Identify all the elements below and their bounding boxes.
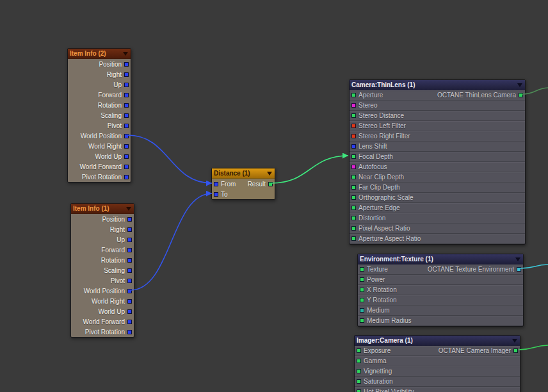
port-position-output[interactable] xyxy=(127,217,132,222)
port-stereo-distance-input[interactable] xyxy=(351,113,356,118)
port-x-rotation-input[interactable] xyxy=(360,288,364,292)
node-camera-thinlens-1[interactable]: Camera:ThinLens (1)ApertureOCTANE ThinLe… xyxy=(349,79,526,245)
port-octane-thinlens-camera-output[interactable] xyxy=(519,93,523,97)
port-pixel-aspect-ratio-input[interactable] xyxy=(351,226,356,231)
node-row: ApertureOCTANE ThinLens Camera xyxy=(350,90,525,101)
dropdown-arrow-icon[interactable] xyxy=(517,83,522,87)
port-world-position-output[interactable] xyxy=(124,134,129,138)
port-near-clip-depth-input[interactable] xyxy=(351,175,356,179)
node-item-info-1[interactable]: Item Info (1)PositionRightUpForwardRotat… xyxy=(70,203,134,338)
node-imager-camera-1[interactable]: Imager:Camera (1)ExposureOCTANE Camera I… xyxy=(354,335,520,392)
port-world-right-output[interactable] xyxy=(124,144,129,149)
port-aperture-input[interactable] xyxy=(351,93,356,97)
node-item-info-2[interactable]: Item Info (2)PositionRightUpForwardRotat… xyxy=(67,48,131,183)
node-header-distance-1[interactable]: Distance (1) xyxy=(212,168,275,179)
port-world-position-output[interactable] xyxy=(127,289,132,293)
port-exposure-input[interactable] xyxy=(357,348,361,353)
node-environment-texture-1[interactable]: Environment:Texture (1)TextureOCTANE Tex… xyxy=(357,254,524,327)
port-gamma-input[interactable] xyxy=(357,359,361,363)
port-scaling-output[interactable] xyxy=(124,113,129,118)
node-title: Distance (1) xyxy=(214,170,265,177)
wire-item-info-2-world-position[interactable] xyxy=(127,135,212,183)
port-world-up-output[interactable] xyxy=(127,309,132,314)
node-row: Y Rotation xyxy=(358,295,523,306)
port-aperture-edge-input[interactable] xyxy=(351,206,356,210)
node-row: World Up xyxy=(68,151,131,161)
input-label: Autofocus xyxy=(359,163,387,170)
port-octane-camera-imager-output[interactable] xyxy=(513,348,518,353)
port-result-output[interactable] xyxy=(268,182,273,186)
wire-environment-texture-1-octane-texture-environment[interactable] xyxy=(520,265,548,268)
port-world-up-output[interactable] xyxy=(124,154,129,159)
port-distortion-input[interactable] xyxy=(351,216,356,220)
port-vignetting-input[interactable] xyxy=(357,369,361,373)
port-stereo-input[interactable] xyxy=(351,103,356,108)
port-saturation-input[interactable] xyxy=(357,379,361,384)
port-hot-pixel-visibility-input[interactable] xyxy=(357,389,361,392)
port-aperture-aspect-ratio-input[interactable] xyxy=(351,236,356,241)
node-row: ExposureOCTANE Camera Imager xyxy=(355,346,520,356)
node-row: Orthographic Scale xyxy=(350,193,525,203)
port-up-output[interactable] xyxy=(127,238,132,242)
port-rotation-output[interactable] xyxy=(127,258,132,263)
dropdown-arrow-icon[interactable] xyxy=(515,257,520,261)
node-row: Pivot Rotation xyxy=(71,327,134,337)
port-from-input[interactable] xyxy=(214,182,218,186)
port-stereo-right-filter-input[interactable] xyxy=(351,134,356,138)
input-label: Focal Depth xyxy=(359,153,393,160)
node-row: Distortion xyxy=(350,213,525,224)
port-orthographic-scale-input[interactable] xyxy=(351,195,356,200)
node-header-environment-texture-1[interactable]: Environment:Texture (1) xyxy=(358,254,523,265)
port-far-clip-depth-input[interactable] xyxy=(351,185,356,190)
dropdown-arrow-icon[interactable] xyxy=(123,52,128,56)
port-octane-texture-environment-output[interactable] xyxy=(517,267,521,272)
node-header-camera-thinlens-1[interactable]: Camera:ThinLens (1) xyxy=(350,80,525,90)
dropdown-arrow-icon[interactable] xyxy=(126,207,131,211)
node-graph-canvas[interactable]: Item Info (2)PositionRightUpForwardRotat… xyxy=(0,0,548,392)
node-header-item-info-1[interactable]: Item Info (1) xyxy=(71,204,134,214)
port-scaling-output[interactable] xyxy=(127,268,132,273)
port-to-input[interactable] xyxy=(214,192,218,197)
dropdown-arrow-icon[interactable] xyxy=(512,339,517,343)
port-y-rotation-input[interactable] xyxy=(360,298,364,302)
port-world-forward-output[interactable] xyxy=(124,165,129,169)
wire-camera-thinlens-1-octane-thinlens-camera[interactable] xyxy=(522,88,548,94)
port-medium-input[interactable] xyxy=(360,308,364,313)
port-medium-radius-input[interactable] xyxy=(360,318,364,323)
port-texture-input[interactable] xyxy=(360,267,364,272)
node-header-item-info-2[interactable]: Item Info (2) xyxy=(68,49,131,59)
port-power-input[interactable] xyxy=(360,277,364,282)
port-world-right-output[interactable] xyxy=(127,299,132,304)
wire-item-info-1-world-position[interactable] xyxy=(131,193,212,290)
output-label: Right xyxy=(107,71,122,78)
port-pivot-rotation-output[interactable] xyxy=(127,330,132,334)
node-row: Lens Shift xyxy=(350,142,525,152)
node-row: Vignetting xyxy=(355,366,520,377)
output-label: Pivot xyxy=(111,277,125,284)
port-right-output[interactable] xyxy=(124,72,129,77)
port-rotation-output[interactable] xyxy=(124,103,129,108)
node-header-imager-camera-1[interactable]: Imager:Camera (1) xyxy=(355,336,520,346)
port-pivot-rotation-output[interactable] xyxy=(124,175,129,179)
port-pivot-output[interactable] xyxy=(124,124,129,128)
port-forward-output[interactable] xyxy=(127,248,132,252)
dropdown-arrow-icon[interactable] xyxy=(267,172,272,176)
node-row: Medium Radius xyxy=(358,316,523,326)
port-up-output[interactable] xyxy=(124,83,129,87)
port-world-forward-output[interactable] xyxy=(127,320,132,324)
port-forward-output[interactable] xyxy=(124,93,129,97)
node-row: Stereo Distance xyxy=(350,111,525,121)
port-stereo-left-filter-input[interactable] xyxy=(351,124,356,128)
port-right-output[interactable] xyxy=(127,227,132,232)
port-focal-depth-input[interactable] xyxy=(351,154,356,159)
node-row: World Position xyxy=(71,286,134,296)
node-title: Camera:ThinLens (1) xyxy=(351,81,515,88)
port-position-output[interactable] xyxy=(124,62,129,67)
output-label: Rotation xyxy=(101,257,125,264)
node-distance-1[interactable]: Distance (1)FromResultTo xyxy=(211,168,275,200)
wire-distance-1-result[interactable] xyxy=(271,156,348,183)
port-lens-shift-input[interactable] xyxy=(351,144,356,149)
wire-imager-camera-1-octane-camera-imager[interactable] xyxy=(519,345,548,350)
port-pivot-output[interactable] xyxy=(127,279,132,283)
port-autofocus-input[interactable] xyxy=(351,165,356,169)
